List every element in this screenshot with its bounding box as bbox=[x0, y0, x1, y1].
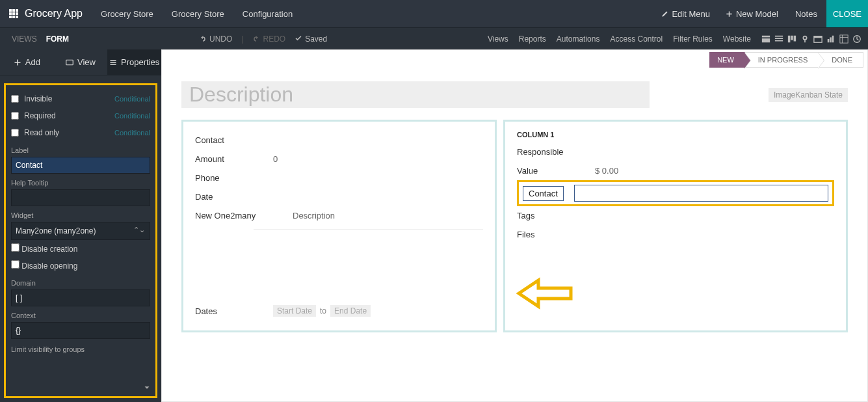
field-phone-label: Phone bbox=[195, 173, 273, 183]
brand[interactable]: Grocery App bbox=[0, 8, 92, 20]
menu-configuration[interactable]: Configuration bbox=[233, 9, 302, 19]
link-website[interactable]: Website bbox=[723, 34, 751, 44]
redo-label: REDO bbox=[263, 34, 285, 44]
domain-label: Domain bbox=[11, 279, 150, 287]
limit-visibility-label: Limit visibility to groups bbox=[11, 345, 150, 353]
view-form-icon[interactable] bbox=[761, 34, 770, 44]
invisible-conditional-link[interactable]: Conditional bbox=[114, 95, 150, 103]
svg-rect-21 bbox=[830, 37, 832, 42]
svg-rect-27 bbox=[66, 60, 73, 65]
tab-add-label: Add bbox=[25, 57, 40, 67]
form-left-column: Contact Amount0 Phone Date New One2many … bbox=[181, 120, 497, 332]
label-field-label: Label bbox=[11, 146, 150, 154]
view-pivot-icon[interactable] bbox=[839, 34, 848, 44]
saved-indicator: Saved bbox=[295, 34, 327, 44]
apps-icon[interactable] bbox=[9, 9, 18, 18]
tab-view[interactable]: View bbox=[54, 49, 108, 75]
label-input[interactable] bbox=[11, 157, 150, 174]
form-label[interactable]: FORM bbox=[46, 34, 69, 44]
properties-panel: Invisible Conditional Required Condition… bbox=[4, 83, 157, 398]
svg-point-17 bbox=[803, 36, 806, 39]
help-tooltip-label: Help Tooltip bbox=[11, 179, 150, 187]
dates-to-label: to bbox=[320, 306, 326, 315]
menu-grocery-store-1[interactable]: Grocery Store bbox=[92, 9, 163, 19]
svg-rect-30 bbox=[111, 64, 116, 65]
svg-rect-8 bbox=[16, 16, 18, 18]
view-map-icon[interactable] bbox=[800, 34, 809, 44]
record-title[interactable]: Description bbox=[181, 81, 650, 108]
field-value-value[interactable]: $ 0.00 bbox=[595, 166, 618, 176]
new-model-label: New Model bbox=[736, 9, 778, 19]
link-views[interactable]: Views bbox=[488, 34, 508, 44]
view-calendar-icon[interactable] bbox=[813, 34, 822, 44]
column-header: COLUMN 1 bbox=[517, 131, 834, 139]
tab-add[interactable]: Add bbox=[0, 49, 54, 75]
image-kanban-placeholder[interactable]: ImageKanban State bbox=[769, 88, 848, 102]
svg-rect-3 bbox=[9, 12, 12, 15]
svg-rect-10 bbox=[762, 38, 770, 42]
form-canvas: NEW IN PROGRESS DONE Description ImageKa… bbox=[161, 49, 868, 402]
field-date-label: Date bbox=[195, 192, 273, 202]
end-date-placeholder[interactable]: End Date bbox=[330, 305, 371, 317]
svg-rect-20 bbox=[828, 39, 830, 42]
readonly-checkbox[interactable]: Read only bbox=[11, 128, 59, 137]
svg-rect-19 bbox=[814, 36, 822, 38]
domain-input[interactable] bbox=[11, 289, 150, 306]
view-graph-icon[interactable] bbox=[826, 34, 835, 44]
redo-button[interactable]: REDO bbox=[252, 34, 285, 44]
invisible-checkbox[interactable]: Invisible bbox=[11, 94, 52, 103]
link-reports[interactable]: Reports bbox=[519, 34, 546, 44]
status-done[interactable]: DONE bbox=[819, 52, 863, 68]
svg-rect-0 bbox=[9, 9, 12, 12]
expand-icon[interactable] bbox=[142, 383, 151, 395]
side-panel: Add View Properties Invisible Conditiona… bbox=[0, 49, 161, 402]
link-filter-rules[interactable]: Filter Rules bbox=[673, 34, 713, 44]
svg-rect-5 bbox=[16, 12, 18, 15]
field-amount-value[interactable]: 0 bbox=[273, 154, 278, 164]
view-kanban-icon[interactable] bbox=[787, 34, 796, 44]
tab-view-label: View bbox=[77, 57, 96, 67]
svg-rect-7 bbox=[12, 16, 15, 18]
link-access-control[interactable]: Access Control bbox=[610, 34, 663, 44]
svg-rect-16 bbox=[794, 35, 796, 41]
field-tags-label: Tags bbox=[517, 211, 595, 221]
views-label[interactable]: VIEWS bbox=[12, 34, 37, 44]
view-activity-icon[interactable] bbox=[852, 34, 861, 44]
sub-bar: VIEWS FORM UNDO | REDO Saved Views Repor… bbox=[0, 27, 868, 49]
context-input[interactable] bbox=[11, 322, 150, 339]
close-button[interactable]: CLOSE bbox=[826, 0, 868, 27]
start-date-placeholder[interactable]: Start Date bbox=[273, 305, 316, 317]
status-in-progress[interactable]: IN PROGRESS bbox=[745, 52, 819, 68]
new-model-button[interactable]: New Model bbox=[718, 9, 786, 19]
svg-rect-23 bbox=[840, 34, 848, 42]
tab-properties[interactable]: Properties bbox=[107, 49, 161, 75]
status-bar: NEW IN PROGRESS DONE bbox=[162, 50, 867, 70]
view-list-icon[interactable] bbox=[774, 34, 783, 44]
required-conditional-link[interactable]: Conditional bbox=[114, 112, 150, 120]
context-label: Context bbox=[11, 312, 150, 319]
help-tooltip-input[interactable] bbox=[11, 189, 150, 206]
widget-label: Widget bbox=[11, 211, 150, 219]
svg-rect-29 bbox=[111, 62, 116, 63]
undo-button[interactable]: UNDO bbox=[199, 34, 232, 44]
widget-select[interactable]: Many2one (many2one) bbox=[11, 222, 150, 240]
saved-label: Saved bbox=[305, 34, 327, 44]
o2m-body[interactable] bbox=[254, 229, 483, 301]
edit-menu-label: Edit Menu bbox=[672, 9, 710, 19]
svg-rect-9 bbox=[762, 35, 770, 37]
readonly-conditional-link[interactable]: Conditional bbox=[114, 129, 150, 137]
svg-rect-28 bbox=[111, 60, 116, 61]
svg-rect-6 bbox=[9, 16, 12, 18]
o2m-column-header: Description bbox=[280, 211, 335, 221]
contact-field-input[interactable] bbox=[574, 185, 828, 202]
notes-button[interactable]: Notes bbox=[786, 9, 826, 19]
menu-grocery-store-2[interactable]: Grocery Store bbox=[163, 9, 233, 19]
undo-label: UNDO bbox=[209, 34, 232, 44]
disable-opening-checkbox[interactable]: Disable opening bbox=[11, 260, 77, 271]
highlighted-contact-field: Contact bbox=[517, 180, 834, 206]
status-new[interactable]: NEW bbox=[709, 52, 745, 68]
required-checkbox[interactable]: Required bbox=[11, 111, 56, 120]
link-automations[interactable]: Automations bbox=[557, 34, 600, 44]
edit-menu-button[interactable]: Edit Menu bbox=[653, 9, 718, 19]
disable-creation-checkbox[interactable]: Disable creation bbox=[11, 243, 77, 254]
